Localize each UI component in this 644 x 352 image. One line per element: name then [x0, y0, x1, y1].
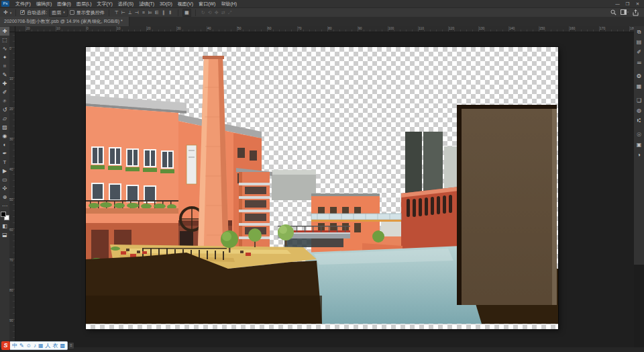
restore-button[interactable]: ❐ [623, 0, 633, 7]
menu-edit[interactable]: 编辑(E) [34, 0, 54, 7]
3d-rotate-icon: ↻ [200, 9, 207, 17]
rectangular-marquee-tool[interactable]: ⬚ [0, 36, 9, 44]
close-button[interactable]: ✕ [633, 0, 643, 7]
tools-panel: ✛⬚∿✦⌗✎✚✐⍟↺▱▨◉◐✒T▶▭✣⊕⋯◧⬓ [0, 26, 9, 347]
menu-3d[interactable]: 3D(D) [157, 0, 175, 7]
document-tab[interactable]: 20200708-制图小教室.psb @ 14.9% (家具细化, RGB/8)… [0, 17, 129, 26]
shape-tool[interactable]: ▭ [0, 175, 9, 184]
panel-patterns-icon[interactable]: ▦ [635, 83, 643, 91]
align-left-edges-icon[interactable]: ⊣ [133, 9, 140, 17]
panel-dock: ⧉▤✐⚌❂▦❏◍⑆☉▣◑ [634, 26, 644, 265]
eraser-tool[interactable]: ▱ [0, 114, 9, 123]
tool-options-bar: ✛ ▾ 自动选择: 图层 ▾ 显示变换控件 ⊤⊢⊥⊣≡⊨⋿∥⫴ ▦ ↻⟲✥⇄⤢ [0, 7, 644, 17]
menu-select[interactable]: 选择(S) [115, 0, 136, 7]
quick-mask-mode[interactable]: ◧ [0, 222, 9, 230]
panel-histogram-icon[interactable]: ◑ [635, 151, 643, 159]
menu-view[interactable]: 视图(V) [175, 0, 196, 7]
distribute-horizontal-icon[interactable]: ∥ [160, 9, 167, 17]
lasso-tool[interactable]: ∿ [0, 44, 9, 53]
type-tool[interactable]: T [0, 158, 9, 167]
divider [195, 9, 196, 16]
move-tool[interactable]: ✛ [0, 27, 9, 36]
voice-input-icon[interactable]: ♪ [34, 342, 36, 349]
panel-color-icon[interactable]: ❂ [635, 73, 643, 81]
menu-file[interactable]: 文件(F) [13, 0, 34, 7]
hruler-label: 130 [479, 26, 484, 30]
vruler-label: 0 [9, 47, 11, 50]
quick-selection-tool[interactable]: ✦ [0, 53, 9, 62]
panel-brush-settings-icon[interactable]: ✐ [635, 48, 643, 56]
distribute-vertical-icon[interactable]: ⋿ [154, 9, 160, 17]
brush-tool[interactable]: ✐ [0, 88, 9, 97]
document-viewport[interactable] [86, 47, 558, 329]
panel-channels-icon[interactable]: ◍ [635, 107, 643, 115]
sogou-input-bar[interactable]: S 中✎☺♪▦人衣▩ ≡ [1, 341, 74, 350]
distribute-spacing-icon[interactable]: ⫴ [167, 9, 174, 17]
status-strip [0, 347, 644, 352]
auto-select-target-dropdown[interactable]: 图层 ▾ [49, 9, 68, 17]
panel-properties-icon[interactable]: ▣ [635, 141, 643, 149]
zoom-tool[interactable]: ⊕ [0, 193, 9, 202]
eyedropper-tool[interactable]: ✎ [0, 71, 9, 79]
gradient-tool[interactable]: ▨ [0, 123, 9, 132]
pen-tool[interactable]: ✒ [0, 149, 9, 158]
color-swatches[interactable] [1, 212, 9, 220]
menu-bar: Ps 文件(F)编辑(E)图像(I)图层(L)文字(Y)选择(S)滤镜(T)3D… [0, 0, 644, 7]
3d-drag-icon: ✥ [213, 9, 220, 17]
toolbox-grid-icon[interactable]: ▩ [60, 342, 65, 349]
menu-help[interactable]: 帮助(H) [218, 0, 239, 7]
foreground-color-swatch[interactable] [1, 212, 6, 217]
move-tool-options-icon[interactable]: ✛ [3, 9, 8, 17]
window-controls: —❐✕ [612, 0, 643, 7]
align-top-edges-icon[interactable]: ⊤ [113, 9, 120, 17]
menu-filter[interactable]: 滤镜(T) [136, 0, 157, 7]
person-icon[interactable]: 人 [45, 342, 50, 349]
hruler-label: 40 [207, 26, 211, 30]
hand-tool[interactable]: ✣ [0, 184, 9, 193]
menu-window[interactable]: 窗口(W) [196, 0, 218, 7]
align-bottom-edges-icon[interactable]: ⊥ [127, 9, 133, 17]
share-icon[interactable] [633, 9, 639, 16]
tool-preset-caret-icon[interactable]: ▾ [10, 11, 12, 15]
blur-tool[interactable]: ◉ [0, 132, 9, 140]
path-selection-tool[interactable]: ▶ [0, 167, 9, 175]
soft-keyboard-icon[interactable]: ▦ [38, 342, 44, 349]
align-vertical-centers-icon[interactable]: ⊢ [120, 9, 127, 17]
edit-toolbar[interactable]: ⋯ [0, 202, 9, 210]
show-transform-checkbox[interactable] [70, 10, 74, 15]
handwriting-icon[interactable]: ✎ [19, 342, 24, 349]
panel-libraries-icon[interactable]: ⧉ [635, 28, 643, 36]
crop-tool[interactable]: ⌗ [0, 62, 9, 71]
panel-paths-icon[interactable]: ⑆ [635, 117, 643, 125]
clone-stamp-tool[interactable]: ⍟ [0, 97, 9, 105]
input-mode-chinese[interactable]: 中 [12, 342, 17, 349]
align-options-button[interactable]: ▦ [182, 9, 191, 17]
workspace-switcher-icon[interactable] [621, 9, 629, 15]
minimize-button[interactable]: — [612, 0, 623, 7]
menu-type[interactable]: 文字(Y) [94, 0, 115, 7]
align-horizontal-centers-icon[interactable]: ≡ [140, 9, 147, 17]
emoji-icon[interactable]: ☺ [26, 342, 32, 349]
screen-mode[interactable]: ⬓ [0, 230, 9, 239]
panel-layers-icon[interactable]: ❏ [635, 97, 643, 105]
align-right-edges-icon[interactable]: ⊨ [147, 9, 154, 17]
auto-select-checkbox[interactable] [20, 10, 25, 15]
menu-image[interactable]: 图像(I) [54, 0, 74, 7]
panel-adjustments-icon[interactable]: ⚌ [635, 58, 643, 67]
vertical-ruler[interactable]: 0102030405060708090 [9, 32, 15, 347]
dodge-tool[interactable]: ◐ [0, 140, 9, 149]
vruler-label: 90 [9, 319, 13, 322]
3d-slide-icon: ⇄ [220, 9, 227, 17]
menu-layer[interactable]: 图层(L) [74, 0, 95, 7]
history-brush-tool[interactable]: ↺ [0, 105, 9, 114]
sogou-collapse-icon[interactable]: ≡ [68, 343, 74, 349]
panel-learn-icon[interactable]: ☉ [635, 131, 643, 139]
skin-icon[interactable]: 衣 [52, 342, 58, 349]
spot-healing-brush-tool[interactable]: ✚ [0, 79, 9, 88]
panel-swatches-icon[interactable]: ▤ [635, 38, 643, 46]
horizontal-ruler[interactable]: 2010010203040506070809010011012013014015… [15, 26, 634, 32]
sogou-logo[interactable]: S [1, 341, 10, 350]
canvas-area[interactable]: 2010010203040506070809010011012013014015… [9, 26, 634, 347]
search-icon[interactable] [610, 9, 616, 15]
ruler-origin-corner[interactable] [9, 26, 15, 32]
